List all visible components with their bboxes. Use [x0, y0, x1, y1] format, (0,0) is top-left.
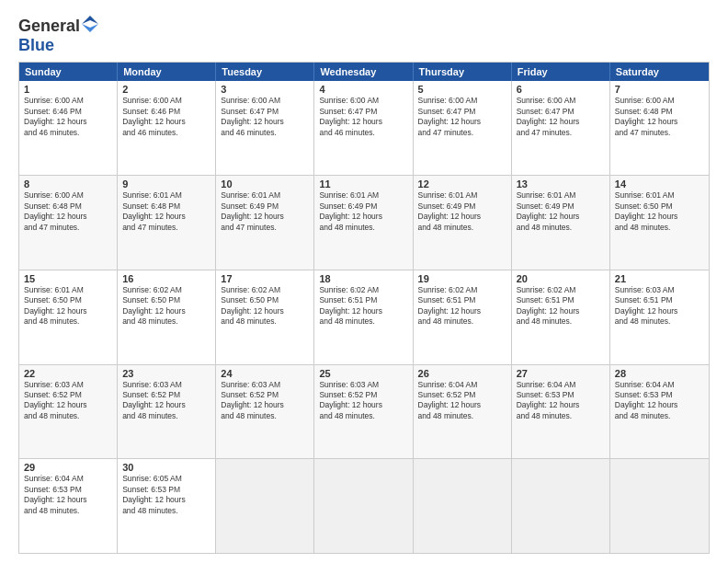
cell-info: Sunrise: 6:04 AMSunset: 6:53 PMDaylight:…	[517, 380, 605, 422]
calendar-cell: 28Sunrise: 6:04 AMSunset: 6:53 PMDayligh…	[610, 365, 709, 459]
cell-info: Sunrise: 6:03 AMSunset: 6:52 PMDaylight:…	[319, 380, 407, 422]
calendar-cell: 12Sunrise: 6:01 AMSunset: 6:49 PMDayligh…	[414, 176, 512, 270]
day-number: 25	[319, 368, 407, 379]
day-number: 28	[615, 368, 704, 379]
day-number: 17	[221, 273, 309, 284]
cell-info: Sunrise: 6:01 AMSunset: 6:49 PMDaylight:…	[517, 190, 605, 233]
calendar-cell: 6Sunrise: 6:00 AMSunset: 6:47 PMDaylight…	[512, 81, 610, 175]
calendar-cell: 19Sunrise: 6:02 AMSunset: 6:51 PMDayligh…	[414, 270, 512, 364]
cell-info: Sunrise: 6:00 AMSunset: 6:47 PMDaylight:…	[221, 96, 309, 138]
calendar-cell: 3Sunrise: 6:00 AMSunset: 6:47 PMDaylight…	[216, 81, 314, 175]
calendar-cell: 8Sunrise: 6:00 AMSunset: 6:48 PMDaylight…	[19, 176, 118, 270]
day-number: 3	[221, 84, 309, 95]
cell-info: Sunrise: 6:03 AMSunset: 6:51 PMDaylight:…	[615, 285, 704, 327]
day-number: 15	[24, 273, 112, 284]
day-number: 27	[517, 368, 605, 379]
calendar-cell: 15Sunrise: 6:01 AMSunset: 6:50 PMDayligh…	[19, 270, 118, 364]
day-number: 16	[122, 273, 210, 284]
day-number: 14	[615, 178, 704, 190]
calendar-header: SundayMondayTuesdayWednesdayThursdayFrid…	[19, 63, 709, 81]
day-number: 18	[319, 273, 407, 284]
cell-info: Sunrise: 6:01 AMSunset: 6:50 PMDaylight:…	[24, 285, 112, 327]
calendar-cell	[610, 459, 709, 553]
cell-info: Sunrise: 6:04 AMSunset: 6:53 PMDaylight:…	[24, 474, 112, 516]
page: General Blue SundayMondayTuesdayWednesda…	[0, 0, 728, 563]
calendar-cell: 23Sunrise: 6:03 AMSunset: 6:52 PMDayligh…	[118, 365, 216, 459]
header-day-tuesday: Tuesday	[216, 63, 314, 81]
header-day-sunday: Sunday	[19, 63, 118, 81]
calendar-cell: 16Sunrise: 6:02 AMSunset: 6:50 PMDayligh…	[118, 270, 216, 364]
day-number: 20	[517, 273, 605, 284]
cell-info: Sunrise: 6:02 AMSunset: 6:50 PMDaylight:…	[122, 285, 210, 327]
calendar-row: 8Sunrise: 6:00 AMSunset: 6:48 PMDaylight…	[19, 175, 709, 270]
day-number: 29	[24, 462, 112, 473]
cell-info: Sunrise: 6:03 AMSunset: 6:52 PMDaylight:…	[122, 380, 210, 422]
cell-info: Sunrise: 6:00 AMSunset: 6:48 PMDaylight:…	[24, 190, 112, 233]
header: General Blue	[18, 17, 710, 54]
day-number: 22	[24, 368, 112, 379]
svg-marker-1	[82, 24, 98, 32]
logo: General Blue	[18, 17, 98, 54]
day-number: 8	[24, 178, 112, 190]
cell-info: Sunrise: 6:02 AMSunset: 6:51 PMDaylight:…	[319, 285, 407, 327]
calendar-cell	[216, 459, 314, 553]
day-number: 11	[319, 178, 407, 190]
header-day-thursday: Thursday	[414, 63, 512, 81]
calendar-cell: 13Sunrise: 6:01 AMSunset: 6:49 PMDayligh…	[512, 176, 610, 270]
calendar-row: 22Sunrise: 6:03 AMSunset: 6:52 PMDayligh…	[19, 364, 709, 459]
header-day-friday: Friday	[512, 63, 610, 81]
calendar-cell: 18Sunrise: 6:02 AMSunset: 6:51 PMDayligh…	[314, 270, 413, 364]
day-number: 10	[221, 178, 309, 190]
svg-marker-0	[82, 16, 98, 24]
calendar-cell: 22Sunrise: 6:03 AMSunset: 6:52 PMDayligh…	[19, 365, 118, 459]
cell-info: Sunrise: 6:00 AMSunset: 6:46 PMDaylight:…	[24, 96, 112, 138]
calendar-cell: 2Sunrise: 6:00 AMSunset: 6:46 PMDaylight…	[118, 81, 216, 175]
calendar-body: 1Sunrise: 6:00 AMSunset: 6:46 PMDaylight…	[19, 81, 709, 553]
calendar-cell: 30Sunrise: 6:05 AMSunset: 6:53 PMDayligh…	[118, 459, 216, 553]
day-number: 7	[615, 84, 704, 95]
cell-info: Sunrise: 6:01 AMSunset: 6:48 PMDaylight:…	[122, 190, 210, 233]
cell-info: Sunrise: 6:00 AMSunset: 6:47 PMDaylight:…	[517, 96, 605, 138]
cell-info: Sunrise: 6:03 AMSunset: 6:52 PMDaylight:…	[24, 380, 112, 422]
cell-info: Sunrise: 6:01 AMSunset: 6:49 PMDaylight:…	[418, 190, 506, 233]
calendar-cell: 21Sunrise: 6:03 AMSunset: 6:51 PMDayligh…	[610, 270, 709, 364]
day-number: 30	[122, 462, 210, 473]
day-number: 12	[418, 178, 506, 190]
calendar-row: 15Sunrise: 6:01 AMSunset: 6:50 PMDayligh…	[19, 270, 709, 364]
calendar-cell: 7Sunrise: 6:00 AMSunset: 6:48 PMDaylight…	[610, 81, 709, 175]
cell-info: Sunrise: 6:04 AMSunset: 6:52 PMDaylight:…	[418, 380, 506, 422]
calendar-row: 29Sunrise: 6:04 AMSunset: 6:53 PMDayligh…	[19, 458, 709, 553]
cell-info: Sunrise: 6:00 AMSunset: 6:46 PMDaylight:…	[122, 96, 210, 138]
cell-info: Sunrise: 6:00 AMSunset: 6:47 PMDaylight:…	[319, 96, 407, 138]
day-number: 23	[122, 368, 210, 379]
cell-info: Sunrise: 6:02 AMSunset: 6:50 PMDaylight:…	[221, 285, 309, 327]
day-number: 6	[517, 84, 605, 95]
calendar-cell: 25Sunrise: 6:03 AMSunset: 6:52 PMDayligh…	[314, 365, 413, 459]
day-number: 13	[517, 178, 605, 190]
calendar-cell: 9Sunrise: 6:01 AMSunset: 6:48 PMDaylight…	[118, 176, 216, 270]
cell-info: Sunrise: 6:05 AMSunset: 6:53 PMDaylight:…	[122, 474, 210, 516]
header-day-wednesday: Wednesday	[314, 63, 413, 81]
calendar-cell: 10Sunrise: 6:01 AMSunset: 6:49 PMDayligh…	[216, 176, 314, 270]
calendar-cell: 11Sunrise: 6:01 AMSunset: 6:49 PMDayligh…	[314, 176, 413, 270]
day-number: 1	[24, 84, 112, 95]
cell-info: Sunrise: 6:02 AMSunset: 6:51 PMDaylight:…	[517, 285, 605, 327]
header-day-saturday: Saturday	[610, 63, 709, 81]
calendar-cell	[414, 459, 512, 553]
calendar-cell: 26Sunrise: 6:04 AMSunset: 6:52 PMDayligh…	[414, 365, 512, 459]
day-number: 4	[319, 84, 407, 95]
calendar-cell: 24Sunrise: 6:03 AMSunset: 6:52 PMDayligh…	[216, 365, 314, 459]
calendar-cell: 5Sunrise: 6:00 AMSunset: 6:47 PMDaylight…	[414, 81, 512, 175]
day-number: 21	[615, 273, 704, 284]
cell-info: Sunrise: 6:03 AMSunset: 6:52 PMDaylight:…	[221, 380, 309, 422]
calendar-cell	[512, 459, 610, 553]
calendar-row: 1Sunrise: 6:00 AMSunset: 6:46 PMDaylight…	[19, 81, 709, 175]
calendar-cell: 20Sunrise: 6:02 AMSunset: 6:51 PMDayligh…	[512, 270, 610, 364]
calendar-cell: 14Sunrise: 6:01 AMSunset: 6:50 PMDayligh…	[610, 176, 709, 270]
calendar-cell: 1Sunrise: 6:00 AMSunset: 6:46 PMDaylight…	[19, 81, 118, 175]
day-number: 9	[122, 178, 210, 190]
calendar-cell: 27Sunrise: 6:04 AMSunset: 6:53 PMDayligh…	[512, 365, 610, 459]
calendar: SundayMondayTuesdayWednesdayThursdayFrid…	[18, 62, 710, 554]
calendar-cell	[314, 459, 413, 553]
day-number: 5	[418, 84, 506, 95]
